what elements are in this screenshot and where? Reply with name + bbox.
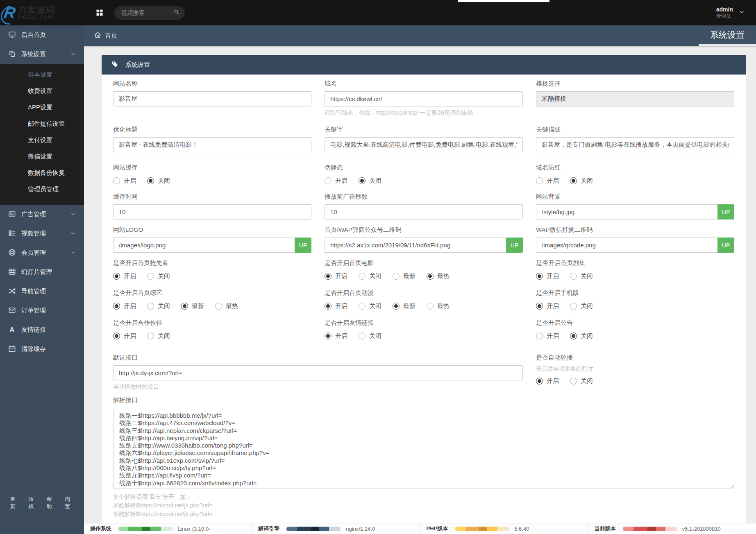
footer-link-help[interactable]: 帮助 (47, 496, 56, 510)
radio-option[interactable]: 开启 (536, 272, 559, 280)
site-logo-input[interactable] (113, 238, 295, 253)
radio-circle[interactable] (325, 177, 331, 184)
radio-circle[interactable] (570, 333, 577, 339)
domain-input[interactable] (325, 91, 523, 106)
radio-option[interactable]: 开启 (113, 177, 136, 185)
user-menu[interactable]: admin 管理员 (716, 6, 745, 20)
radio-circle[interactable] (427, 273, 434, 280)
ad-seconds-input[interactable] (325, 204, 523, 219)
radio-circle[interactable] (359, 333, 366, 339)
default-api-input[interactable] (113, 365, 523, 380)
seo-title-input[interactable] (113, 137, 311, 152)
wechat-qrcode-upload-button[interactable]: UP (717, 238, 734, 253)
radio-circle[interactable] (113, 273, 120, 280)
radio-option[interactable]: 关闭 (147, 332, 170, 340)
radio-circle[interactable] (570, 303, 577, 310)
search-input[interactable] (121, 9, 174, 16)
cache-time-input[interactable] (113, 204, 311, 219)
radio-circle[interactable] (359, 177, 366, 184)
radio-option[interactable]: 关闭 (147, 302, 170, 310)
wap-qrcode-input[interactable] (325, 238, 506, 253)
radio-option[interactable]: 关闭 (359, 332, 381, 340)
radio-circle[interactable] (536, 177, 543, 184)
tab-system-settings[interactable]: 系统设置 (699, 25, 756, 46)
radio-option[interactable]: 开启 (113, 272, 136, 280)
radio-option[interactable]: 最新 (393, 272, 415, 280)
radio-option[interactable]: 关闭 (147, 272, 170, 280)
radio-circle[interactable] (147, 303, 154, 310)
sidebar-item-system-settings[interactable]: 系统设置 (0, 45, 84, 64)
parse-api-textarea[interactable] (113, 408, 734, 489)
submenu-item-basic-settings[interactable]: 基本设置 (0, 66, 84, 83)
radio-option[interactable]: 开启 (325, 272, 347, 280)
radio-circle[interactable] (181, 303, 188, 310)
template-select[interactable]: 米酷模板 (536, 91, 734, 106)
sidebar-item-navigation[interactable]: 导航管理 (0, 282, 84, 301)
sidebar-item-orders[interactable]: 订单管理 (0, 301, 84, 320)
radio-circle[interactable] (393, 303, 400, 310)
site-name-input[interactable] (113, 91, 311, 106)
submenu-item-mail-sms-settings[interactable]: 邮件短信设置 (0, 115, 84, 132)
radio-circle[interactable] (570, 177, 577, 184)
site-bg-input[interactable] (536, 204, 717, 219)
footer-link-taobao[interactable]: 淘宝 (65, 496, 74, 510)
video-search-box[interactable] (114, 6, 185, 20)
submenu-item-app-settings[interactable]: APP设置 (0, 99, 84, 115)
radio-circle[interactable] (113, 303, 120, 310)
radio-circle[interactable] (393, 273, 400, 280)
description-input[interactable] (536, 137, 734, 152)
grid-menu-icon[interactable] (95, 9, 104, 17)
sidebar-item-dashboard[interactable]: 后台首页 (0, 25, 84, 45)
radio-option[interactable]: 最热 (427, 272, 450, 280)
app-logo[interactable]: R 刀客源码 DKEWL.COM (0, 0, 84, 25)
radio-circle[interactable] (325, 273, 331, 280)
radio-circle[interactable] (113, 177, 120, 184)
radio-option[interactable]: 关闭 (570, 377, 593, 385)
radio-option[interactable]: 关闭 (570, 272, 593, 280)
submenu-item-fee-settings[interactable]: 收费设置 (0, 83, 84, 99)
submenu-item-admin-management[interactable]: 管理员管理 (0, 181, 84, 197)
radio-option[interactable]: 关闭 (570, 177, 593, 185)
radio-option[interactable]: 关闭 (570, 332, 593, 340)
wap-qrcode-upload-button[interactable]: UP (506, 238, 523, 253)
radio-option[interactable]: 关闭 (570, 302, 593, 310)
keywords-input[interactable] (325, 137, 523, 152)
wechat-qrcode-input[interactable] (536, 238, 717, 253)
radio-option[interactable]: 开启 (325, 177, 347, 185)
submenu-item-payment-settings[interactable]: 支付设置 (0, 132, 84, 148)
radio-circle[interactable] (536, 303, 543, 310)
radio-circle[interactable] (536, 273, 543, 280)
radio-circle[interactable] (536, 378, 543, 385)
radio-option[interactable]: 开启 (325, 302, 347, 310)
radio-circle[interactable] (427, 303, 434, 310)
footer-link-home[interactable]: 首页 (10, 496, 19, 510)
sidebar-item-friend-links[interactable]: A 友情链接 (0, 320, 84, 339)
radio-circle[interactable] (147, 177, 154, 184)
radio-circle[interactable] (215, 303, 222, 310)
radio-option[interactable]: 关闭 (359, 302, 381, 310)
radio-option[interactable]: 最热 (215, 302, 238, 310)
radio-circle[interactable] (147, 273, 154, 280)
site-bg-upload-button[interactable]: UP (717, 204, 734, 219)
sidebar-item-members[interactable]: 会员管理 (0, 243, 84, 262)
radio-option[interactable]: 关闭 (147, 177, 170, 185)
radio-circle[interactable] (570, 378, 577, 385)
radio-circle[interactable] (325, 303, 331, 310)
site-logo-upload-button[interactable]: UP (295, 238, 311, 253)
sidebar-item-videos[interactable]: 视频管理 (0, 224, 84, 243)
search-icon[interactable] (174, 9, 180, 17)
sidebar-item-slides[interactable]: 幻灯片管理 (0, 262, 84, 282)
radio-option[interactable]: 最新 (393, 302, 415, 310)
radio-option[interactable]: 开启 (113, 302, 136, 310)
radio-option[interactable]: 开启 (536, 377, 559, 385)
radio-option[interactable]: 最新 (181, 302, 204, 310)
radio-circle[interactable] (359, 273, 366, 280)
radio-option[interactable]: 关闭 (359, 177, 381, 185)
radio-option[interactable]: 关闭 (359, 272, 381, 280)
sidebar-item-clear-cache[interactable]: 清除缓存 (0, 339, 84, 359)
radio-option[interactable]: 最热 (427, 302, 450, 310)
submenu-item-backup-restore[interactable]: 数据备份恢复 (0, 165, 84, 181)
radio-circle[interactable] (325, 333, 331, 339)
radio-circle[interactable] (147, 333, 154, 339)
radio-option[interactable]: 开启 (113, 332, 136, 340)
